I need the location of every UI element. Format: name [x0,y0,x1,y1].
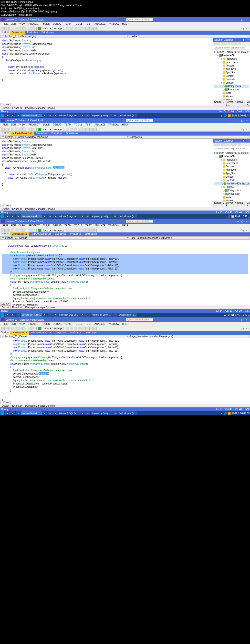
tree-item[interactable]: Scripts [214,98,249,100]
menu-build[interactable]: BUILD [41,123,51,127]
tree-item[interactable]: ▿Lecture-00 [214,155,249,158]
tray-icon[interactable]: 📶 [231,215,234,218]
bottom-tab[interactable]: Error List [11,404,24,408]
expand-arrow-icon[interactable]: ▷ [223,88,225,91]
expand-arrow-icon[interactable]: ▿ [221,186,223,189]
code-line[interactable]: { [2,170,211,173]
start-button[interactable] [1,313,5,317]
taskbar-button[interactable]: Asp.net by Entity … [91,313,112,317]
nav-fwd-button[interactable] [5,27,9,30]
menu-debug[interactable]: DEBUG [52,123,63,127]
tree-item[interactable]: App_Data [214,68,249,71]
taskbar-button[interactable]: ● [112,114,117,118]
code-line[interactable]: new Product{ ProductName=class="str">"Ch… [2,260,248,264]
taskbar-button[interactable]: ● [112,214,117,218]
menu-file[interactable]: FILE [1,123,9,127]
code-line[interactable]: } [2,395,248,399]
nav-class-dropdown[interactable]: 🔻 Lecture_00.Entities.Category [0,34,125,38]
save-button[interactable] [19,27,22,30]
open-button[interactable] [15,228,18,232]
editor-tab[interactable]: Default.aspx [64,132,80,136]
expand-arrow-icon[interactable]: ▿ [221,178,223,182]
toolbar-button[interactable] [234,42,237,45]
bottom-tab[interactable]: Package Manager Console [24,207,57,210]
panel-tab[interactable]: Server E… [225,201,234,207]
tree-item[interactable]: Account [214,64,249,68]
nav-fwd-button[interactable] [5,128,9,131]
tray-icon[interactable]: 📶 [228,412,231,415]
code-line[interactable]: } [2,75,211,79]
menu-tools[interactable]: TOOLS [73,123,84,127]
taskbar-button[interactable]: Microsoft SQL Se… [58,313,80,317]
code-line[interactable]: context.Categories.Add(category); [2,290,248,294]
taskbar-button[interactable]: ● [112,411,117,415]
tree-item[interactable]: ▿Lecture-00 [214,54,249,57]
taskbar-button[interactable]: ● [48,114,53,118]
code-line[interactable]: { [2,163,211,166]
editor-tab[interactable]: Product.cs [49,132,64,136]
code-line[interactable]: } [2,78,211,82]
zoom-level[interactable]: 100 % ▾ [0,204,11,207]
editor-tab[interactable]: Default.aspx [83,331,99,335]
taskbar-button[interactable]: ● [53,411,58,415]
zoom-level[interactable]: 100 % ▾ [0,302,11,306]
toolbar-button[interactable] [227,143,230,146]
panel-tab[interactable]: Solutio… [213,201,225,207]
tree-item[interactable]: App_Start [214,172,249,175]
taskbar-button[interactable]: ● [80,214,85,218]
config-dropdown[interactable]: Debug ▾ [53,229,64,232]
editor-tab[interactable]: Default.aspx [40,31,56,34]
tree-item[interactable]: ▷ Category.cs [214,84,249,88]
expand-arrow-icon[interactable]: ▷ [222,182,224,186]
quick-launch-input[interactable]: Quick Launch (Ctrl+Q) [126,220,153,223]
code-line[interactable]: class="kw">public class NorthwindContext… [2,166,211,170]
menu-help[interactable]: HELP [120,224,130,228]
taskbar-button[interactable]: ● [85,313,90,317]
code-line[interactable]: // add entity into Categories Collection… [2,287,248,290]
nav-fwd-button[interactable] [5,228,9,232]
zoom-level[interactable]: 100 % ▾ [0,103,11,106]
taskbar-button[interactable]: ● [5,214,10,218]
toolbar-button[interactable] [66,327,69,330]
code-line[interactable]: new Product{ ProductName=class="str">"Ch… [2,267,248,270]
tree-item[interactable]: ▷ References [214,162,249,165]
new-button[interactable] [11,327,14,330]
taskbar-button[interactable]: ● [85,411,90,415]
toolbar-button[interactable] [85,27,89,30]
toolbar-button[interactable] [238,42,241,45]
menu-test[interactable]: TEST [84,22,93,26]
taskbar-button[interactable]: Asp.net by Entity … [91,214,112,218]
code-line[interactable]: List<Product> products = new List<Produc… [2,254,248,257]
panel-tab[interactable]: Server E… [225,100,234,106]
taskbar-button[interactable]: ● [112,313,117,317]
minimize-button[interactable]: — [236,119,240,122]
tree-item[interactable]: Content [214,175,249,178]
menu-view[interactable]: VIEW [18,22,27,26]
code-line[interactable]: class="kw">using System.Collections.Gene… [2,42,211,46]
toolbar-button[interactable] [74,27,77,30]
signin-link[interactable]: Sign in ▫ [241,27,249,30]
tree-item[interactable]: ▿ Contexts [214,178,249,182]
taskbar-button[interactable]: Asp.net by Entity … [91,411,112,415]
editor-tab[interactable]: Default.aspx.cs [10,232,29,236]
quick-launch-input[interactable]: Quick Launch (Ctrl+Q) [126,318,153,321]
code-line[interactable]: ProductList.DataBind(); [2,303,248,306]
taskbar-button[interactable]: Lecture-00 - Micr… [21,114,42,118]
taskbar-button[interactable]: Lecture-00 - Micr… [21,214,42,218]
code-line[interactable]: class="kw">namespace Lecture_00.Entities [2,52,211,56]
code-line[interactable]: } [2,183,211,186]
minimize-button[interactable]: — [236,318,240,321]
menu-debug[interactable]: DEBUG [52,322,63,326]
bottom-tab[interactable]: Output [0,207,11,210]
zoom-level[interactable]: 100 % ▾ [0,400,11,404]
bottom-tab[interactable]: Error List [11,207,24,210]
menu-project[interactable]: PROJECT [27,22,41,26]
toolbar-button[interactable] [70,128,73,131]
tree-item[interactable]: Models [214,95,249,98]
taskbar-button[interactable]: Microsoft SQL Se… [58,214,80,218]
editor-tab[interactable]: Product.cs [25,31,40,34]
toolbar-button[interactable] [66,27,69,30]
toolbar-button[interactable] [224,143,227,146]
tray-icon[interactable]: ▲ [220,412,223,415]
code-line[interactable]: class="kw">using System.Web; [2,49,211,52]
